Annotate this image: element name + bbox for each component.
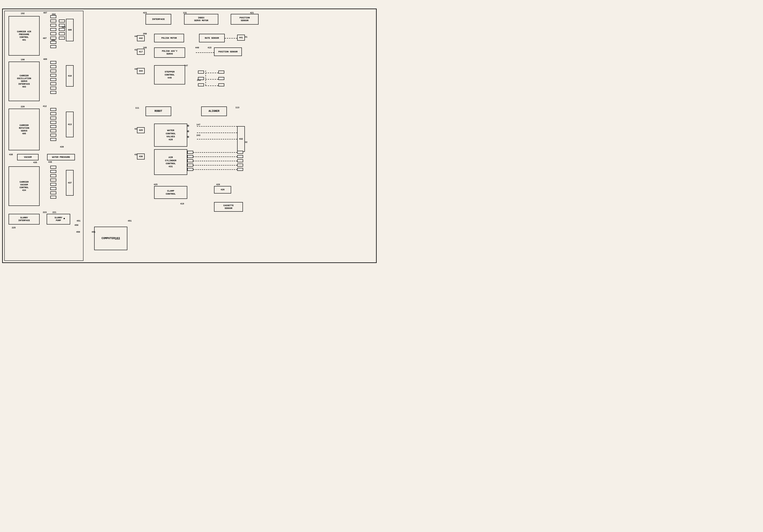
lbl-419: 419	[180, 203, 184, 205]
lbl-407b: 407	[43, 37, 47, 40]
bus-block-2	[50, 20, 56, 23]
ac-r4	[237, 164, 243, 167]
step-fr3	[218, 83, 224, 86]
clamp-ctrl-block: CLAMPCONTROL	[154, 186, 187, 199]
carrier-vac-block: CARRIERVACUUMCONTROL434	[9, 166, 40, 206]
carrier-air-block: CARRIER AIRPRESSURECONTROL401	[9, 16, 40, 55]
box-441: 441	[237, 35, 245, 41]
wc-circle3	[187, 136, 189, 138]
ac-sb4	[187, 164, 193, 167]
wc-h4	[0, 261, 10, 262]
ac-sb3	[187, 159, 193, 162]
vac-block-6	[50, 187, 56, 190]
osc-block-3	[50, 69, 56, 72]
bus-block-4	[50, 28, 56, 31]
lbl-435: 435	[33, 161, 37, 164]
ac-sb2	[187, 155, 193, 158]
slurry-dot	[63, 218, 65, 219]
lbl-223: 223	[43, 211, 47, 214]
carrier-osc-block: CARRIEROSCILLATIONSERVOINTERFACE403	[9, 61, 40, 101]
lbl-409: 409	[43, 58, 47, 60]
box-444: 444	[137, 68, 145, 74]
bus-block-7	[50, 41, 56, 44]
step-dl3	[205, 86, 218, 86]
rot-block-7	[50, 133, 56, 136]
dash-rate	[225, 38, 237, 39]
box-413: 413	[66, 112, 74, 137]
diagram: CARRIER AIRPRESSURECONTROL401 192 407 20…	[0, 0, 382, 266]
box-429: 429	[137, 127, 145, 133]
ac-dash1	[193, 152, 237, 153]
lbl-451a: 451	[77, 220, 80, 222]
bus-block-r1	[59, 20, 65, 23]
rate-sensor-block: RATE SENSOR	[199, 34, 225, 42]
lbl-225: 225	[12, 227, 16, 229]
slurry-v	[0, 30, 0, 46]
air-cyl-block: AIRCYLINDERCONTROL431	[154, 149, 187, 175]
osc-block-7	[50, 87, 56, 90]
step-dl2	[205, 79, 218, 80]
lbl-147: 147	[196, 124, 200, 126]
arrow-vac	[0, 12, 6, 12]
main-vert	[0, 46, 0, 255]
computer-block: COMPUTER103	[94, 227, 127, 250]
water-pressure-block: WATER PRESSURE	[47, 154, 75, 160]
bus-block-r4	[59, 32, 65, 35]
osc-block-4	[50, 74, 56, 77]
lbl-425: 425	[154, 183, 158, 186]
lbl-113: 113	[235, 107, 239, 109]
rot-block-2	[50, 112, 56, 115]
osc-block-8	[50, 91, 56, 94]
rot-block-4	[50, 121, 56, 124]
box-442: 442	[137, 35, 145, 41]
rot-block-5	[50, 125, 56, 128]
osc-block-6	[50, 82, 56, 85]
box-410: 410	[66, 65, 74, 87]
lbl-190: 190	[21, 58, 25, 61]
slurry-h2	[0, 29, 6, 30]
ac-r3	[237, 159, 243, 162]
step-fr1	[218, 70, 224, 73]
wc-dash1	[197, 126, 237, 127]
ac-sb1	[187, 151, 193, 154]
osc-block-1	[50, 61, 56, 64]
pos-sensor-top-block: POSITIONSENSOR	[231, 14, 259, 25]
index-servo-block: INDEXSERVO MOTOR	[184, 14, 218, 25]
ac-dash3	[193, 161, 237, 161]
wc-dash2	[197, 133, 237, 133]
wc-circle1	[187, 125, 189, 127]
ac-dash4	[193, 165, 237, 165]
water-ctrl-block: WATERCONTROLVALVES428	[154, 124, 187, 147]
lbl-440: 440	[195, 46, 199, 49]
bus-block-3	[50, 24, 56, 27]
lbl-450a: 450	[74, 224, 78, 226]
lbl-438: 438	[9, 153, 13, 156]
slurry-int-block: SLURRYINTERFACE	[9, 214, 40, 224]
lbl-439: 439	[60, 146, 64, 148]
vac-block-3	[50, 174, 56, 177]
box-408: 408	[66, 19, 74, 41]
ac-r1	[237, 151, 243, 154]
bus-block-6	[50, 37, 56, 40]
water-down	[0, 18, 0, 24]
wc-dash3	[197, 139, 237, 139]
ac-sb5	[187, 168, 193, 171]
rot-block-3	[50, 117, 56, 120]
vac-block-2	[50, 170, 56, 173]
lbl-426: 426	[216, 183, 220, 186]
vac-block-5	[50, 183, 56, 186]
vac-block-1	[50, 166, 56, 169]
lbl-280: 280	[143, 33, 147, 35]
step-dl1	[205, 73, 218, 73]
carrier-rot-block: CARRIERROTATIONSERVO405	[9, 109, 40, 150]
pos-sensor-2-block: POSITION SENSOR	[214, 47, 242, 56]
lbl-111: 111	[135, 107, 139, 109]
lbl-451b: 451	[92, 231, 95, 233]
dash-pa	[196, 52, 214, 53]
bus-block-r5	[59, 37, 65, 40]
lbl-221: 221	[53, 211, 56, 214]
vac-block-8	[50, 196, 56, 199]
ac-dash5	[193, 169, 237, 170]
bus-block-r2	[59, 24, 65, 27]
bus-block-1	[50, 15, 56, 18]
